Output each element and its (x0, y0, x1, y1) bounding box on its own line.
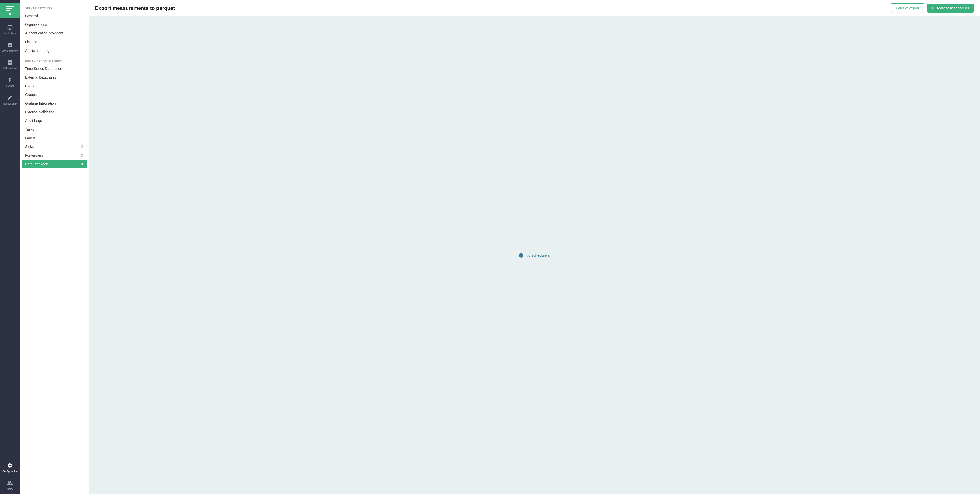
sidebar: SERVER SETTINGS General Organizations Au… (20, 0, 89, 494)
sidebar-item-external-db[interactable]: External Databases (20, 73, 89, 82)
sidebar-item-time-series-db[interactable]: Time Series Databases (20, 64, 89, 73)
sidebar-item-events[interactable]: Events (0, 73, 20, 91)
factry-label: factry (7, 488, 13, 491)
sidebar-item-grafana[interactable]: Grafana Integration (20, 99, 89, 108)
sidebar-item-calculations[interactable]: Calculations (0, 56, 20, 73)
sidebar-item-organizations[interactable]: Organizations (20, 20, 89, 29)
empty-state: i No schedulers (519, 253, 550, 258)
content-header: Export measurements to parquet Parquet e… (89, 0, 980, 17)
auth-providers-label: Authentication providers (25, 31, 63, 35)
users-label: Users (25, 84, 35, 88)
manual-entry-label: Manual entry (3, 102, 18, 105)
user-icon (7, 480, 13, 486)
icon-nav: Collectors Measurements Calculations Eve… (0, 0, 20, 494)
sidebar-item-general[interactable]: General (20, 11, 89, 20)
external-validation-label: External Validation (25, 110, 55, 114)
labels-label: Labels (25, 136, 35, 140)
header-buttons: Parquet export + Create task scheduler (891, 3, 974, 13)
calculations-icon (7, 59, 13, 65)
sidebar-item-collectors[interactable]: Collectors (0, 21, 20, 38)
parquet-export-beaker-icon: ⚗ (80, 162, 84, 166)
measurements-icon (7, 42, 13, 48)
org-settings-label: ORGANIZATION SETTINGS (20, 58, 89, 64)
logo[interactable] (0, 3, 20, 18)
sidebar-item-external-validation[interactable]: External Validation (20, 108, 89, 116)
events-label: Events (6, 85, 14, 87)
sidebar-item-forwarders[interactable]: Forwarders ⚗ (20, 151, 89, 160)
content-body: i No schedulers (89, 17, 980, 494)
general-label: General (25, 14, 38, 18)
parquet-export-button[interactable]: Parquet export (891, 3, 924, 13)
empty-message: No schedulers (525, 253, 550, 257)
application-logs-label: Application Logs (25, 48, 51, 52)
collectors-icon (7, 24, 13, 30)
collectors-label: Collectors (4, 32, 16, 35)
sidebar-item-labels[interactable]: Labels (20, 134, 89, 142)
sidebar-item-parquet-export[interactable]: Parquet export ⚗ (22, 160, 87, 168)
audit-logs-label: Audit Logs (25, 119, 42, 123)
create-task-scheduler-button[interactable]: + Create task scheduler (927, 4, 974, 13)
logo-bar-3 (6, 10, 11, 11)
logo-dot (9, 13, 11, 15)
logo-bar-1 (6, 6, 14, 7)
sidebar-item-configuration[interactable]: Configuration (0, 459, 20, 477)
parquet-export-label: Parquet export (25, 162, 48, 166)
sinks-label: Sinks (25, 145, 34, 149)
events-icon (7, 77, 13, 83)
forwarders-beaker-icon: ⚗ (80, 153, 84, 157)
groups-label: Groups (25, 93, 37, 97)
grafana-label: Grafana Integration (25, 101, 56, 105)
sidebar-item-user[interactable]: factry (0, 477, 20, 494)
info-icon: i (519, 253, 523, 258)
manual-entry-icon (7, 95, 13, 101)
page-title: Export measurements to parquet (95, 5, 175, 11)
configuration-icon (7, 462, 13, 469)
external-db-label: External Databases (25, 75, 56, 79)
server-settings-label: SERVER SETTINGS (20, 5, 89, 11)
sidebar-item-sinks[interactable]: Sinks ⚗ (20, 142, 89, 151)
sidebar-item-auth-providers[interactable]: Authentication providers (20, 29, 89, 38)
sidebar-item-tasks[interactable]: Tasks (20, 125, 89, 134)
logo-bars (6, 6, 14, 11)
sidebar-item-audit-logs[interactable]: Audit Logs (20, 116, 89, 125)
configuration-label: Configuration (2, 470, 18, 473)
license-label: License (25, 40, 37, 44)
sidebar-item-manual-entry[interactable]: Manual entry (0, 91, 20, 109)
calculations-label: Calculations (3, 67, 17, 70)
sidebar-item-license[interactable]: License (20, 38, 89, 46)
logo-bar-2 (6, 8, 12, 9)
organizations-label: Organizations (25, 22, 47, 27)
sidebar-item-users[interactable]: Users (20, 82, 89, 91)
sidebar-item-application-logs[interactable]: Application Logs (20, 46, 89, 55)
nav-bottom: Configuration factry (0, 459, 20, 494)
time-series-db-label: Time Series Databases (25, 67, 62, 71)
sidebar-item-measurements[interactable]: Measurements (0, 38, 20, 56)
tasks-label: Tasks (25, 127, 34, 132)
forwarders-label: Forwarders (25, 153, 43, 157)
sidebar-item-groups[interactable]: Groups (20, 91, 89, 99)
sinks-beaker-icon: ⚗ (80, 145, 84, 149)
measurements-label: Measurements (2, 49, 18, 52)
main-content: Export measurements to parquet Parquet e… (89, 0, 980, 494)
